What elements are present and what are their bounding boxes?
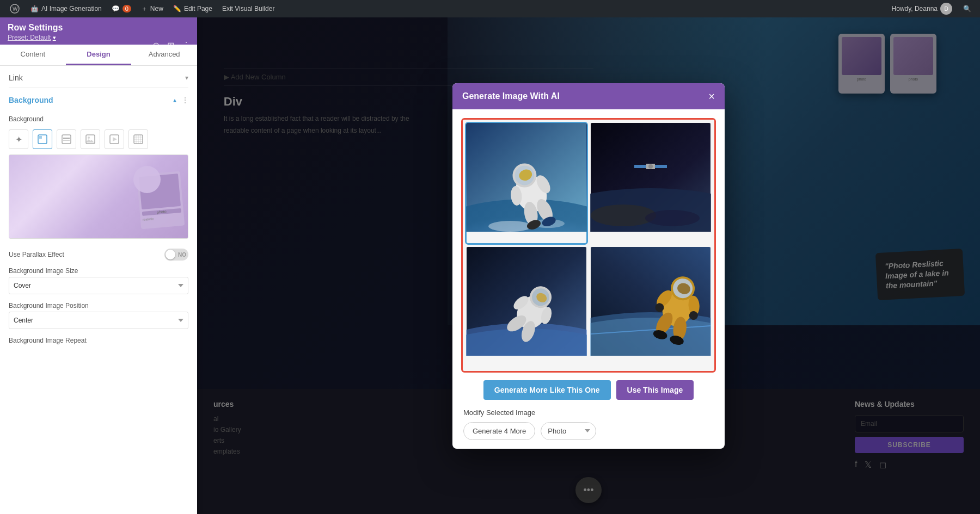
search-button[interactable]: 🔍 xyxy=(959,0,976,17)
modal-title: Generate Image With AI xyxy=(462,91,560,101)
background-chevron-up-icon: ▴ xyxy=(173,96,176,104)
panel-header: Row Settings Preset: Default ▾ ⊙ ⊞ ⋮ xyxy=(0,17,197,45)
svg-rect-38 xyxy=(655,165,667,168)
bg-gradient-button[interactable] xyxy=(57,129,76,149)
grid-cell-3[interactable] xyxy=(466,247,587,368)
exit-builder-button[interactable]: Exit Visual Builder xyxy=(218,0,279,17)
ai-image-modal: Generate Image With AI × xyxy=(452,83,725,449)
comment-icon: 💬 xyxy=(112,5,120,13)
parallax-toggle-row: Use Parallax Effect NO xyxy=(0,244,197,265)
parallax-label: Use Parallax Effect xyxy=(9,251,64,258)
main-area: photo photo "Photo Reslistic Image of a … xyxy=(197,17,980,514)
panel-columns-icon[interactable]: ⊞ xyxy=(165,38,176,53)
link-section-title: Link xyxy=(9,73,23,82)
link-section-header[interactable]: Link ▾ xyxy=(0,66,197,88)
bg-image-button[interactable] xyxy=(81,129,100,149)
gradient-icon xyxy=(62,134,71,144)
background-preview-image: photo realistic xyxy=(9,155,188,238)
use-image-button[interactable]: Use This Image xyxy=(616,380,694,400)
grid-cell-2[interactable] xyxy=(590,123,711,244)
generate-4-more-button[interactable]: Generate 4 More xyxy=(463,422,535,440)
toggle-value: NO xyxy=(178,252,186,258)
modify-controls: Generate 4 More Photo Illustration Paint… xyxy=(463,422,714,440)
modal-action-row: Generate More Like This One Use This Ima… xyxy=(461,380,716,400)
svg-point-39 xyxy=(648,164,653,169)
svg-point-34 xyxy=(591,205,656,226)
modify-label: Modify Selected Image xyxy=(463,408,714,417)
modal-overlay: Generate Image With AI × xyxy=(197,17,980,514)
bg-video-button[interactable] xyxy=(105,129,124,149)
astronaut-1-image xyxy=(466,123,587,232)
grid-cell-1[interactable] xyxy=(466,123,587,244)
svg-marker-10 xyxy=(113,137,117,141)
search-icon: 🔍 xyxy=(963,5,971,13)
background-section-title: Background xyxy=(9,96,53,104)
image-repeat-label: Background Image Repeat xyxy=(9,337,188,344)
edit-page-button[interactable]: ✏️ Edit Page xyxy=(169,0,217,17)
tab-design[interactable]: Design xyxy=(66,45,132,65)
video-icon xyxy=(109,134,119,144)
svg-point-8 xyxy=(88,137,90,139)
background-type-row: ✦ xyxy=(0,126,197,154)
image-grid xyxy=(466,123,711,368)
image-repeat-row: Background Image Repeat xyxy=(0,335,197,352)
tab-content[interactable]: Content xyxy=(0,45,66,65)
toggle-knob xyxy=(166,250,175,259)
background-preview: photo realistic xyxy=(9,154,188,239)
image-grid-container xyxy=(461,118,716,373)
modal-body: Generate More Like This One Use This Ima… xyxy=(452,109,725,449)
grid-cell-4[interactable] xyxy=(590,247,711,368)
image-icon xyxy=(85,134,95,144)
astronaut-3-image xyxy=(466,247,587,356)
panel-more-icon[interactable]: ⋮ xyxy=(180,38,193,53)
ai-plugin-menu[interactable]: 🤖 AI Image Generation xyxy=(26,0,106,17)
comments-menu[interactable]: 💬 0 xyxy=(107,0,136,17)
link-chevron-icon: ▾ xyxy=(185,74,188,82)
svg-rect-37 xyxy=(634,165,646,168)
image-position-row: Background Image Position Center Top Bot… xyxy=(0,300,197,335)
style-select[interactable]: Photo Illustration Painting Digital Art xyxy=(541,422,596,440)
background-section-actions: ▴ ⋮ xyxy=(173,96,188,104)
robot-icon: 🤖 xyxy=(30,5,39,13)
user-greeting[interactable]: Howdy, Deanna D xyxy=(887,0,957,17)
pencil-icon: ✏️ xyxy=(173,5,181,13)
panel-icons: ⊙ ⊞ ⋮ xyxy=(150,38,193,53)
plus-icon: ＋ xyxy=(141,4,148,14)
svg-rect-4 xyxy=(62,135,71,144)
svg-text:W: W xyxy=(13,6,18,12)
avatar: D xyxy=(940,3,952,15)
wp-logo[interactable]: W xyxy=(4,0,25,17)
image-position-select[interactable]: Center Top Bottom Left Right xyxy=(9,312,188,329)
svg-point-53 xyxy=(590,318,711,356)
background-more-icon[interactable]: ⋮ xyxy=(182,96,188,104)
image-size-select[interactable]: Cover Contain Auto xyxy=(9,277,188,294)
bg-color-button[interactable] xyxy=(33,129,52,149)
panel-settings-icon[interactable]: ⊙ xyxy=(150,38,162,53)
image-size-label: Background Image Size xyxy=(9,267,188,275)
admin-bar: W 🤖 AI Image Generation 💬 0 ＋ New ✏️ Edi… xyxy=(0,0,980,17)
modal-header: Generate Image With AI × xyxy=(452,83,725,109)
modal-close-button[interactable]: × xyxy=(708,91,715,102)
svg-rect-5 xyxy=(63,138,70,139)
parallax-toggle[interactable]: NO xyxy=(164,249,188,261)
generate-more-button[interactable]: Generate More Like This One xyxy=(483,380,611,400)
svg-point-20 xyxy=(488,221,532,232)
svg-point-35 xyxy=(645,210,700,226)
panel-content: Link ▾ Background ▴ ⋮ Background ✦ xyxy=(0,66,197,514)
pattern-icon xyxy=(133,134,143,144)
bg-pattern-button[interactable] xyxy=(128,129,148,149)
left-panel: Row Settings Preset: Default ▾ ⊙ ⊞ ⋮ Con… xyxy=(0,17,197,514)
modify-section: Modify Selected Image Generate 4 More Ph… xyxy=(461,408,716,440)
panel-title: Row Settings xyxy=(8,23,189,33)
image-size-row: Background Image Size Cover Contain Auto xyxy=(0,265,197,300)
satellite-image xyxy=(590,123,711,232)
background-sub-label: Background xyxy=(0,110,197,126)
bg-color-icon xyxy=(38,134,47,144)
background-section-header[interactable]: Background ▴ ⋮ xyxy=(0,88,197,110)
new-content-menu[interactable]: ＋ New xyxy=(137,0,168,17)
svg-rect-3 xyxy=(39,136,42,139)
astronaut-4-image xyxy=(590,247,711,356)
svg-rect-6 xyxy=(63,140,70,141)
bg-none-button[interactable]: ✦ xyxy=(9,129,28,149)
image-position-label: Background Image Position xyxy=(9,302,188,309)
